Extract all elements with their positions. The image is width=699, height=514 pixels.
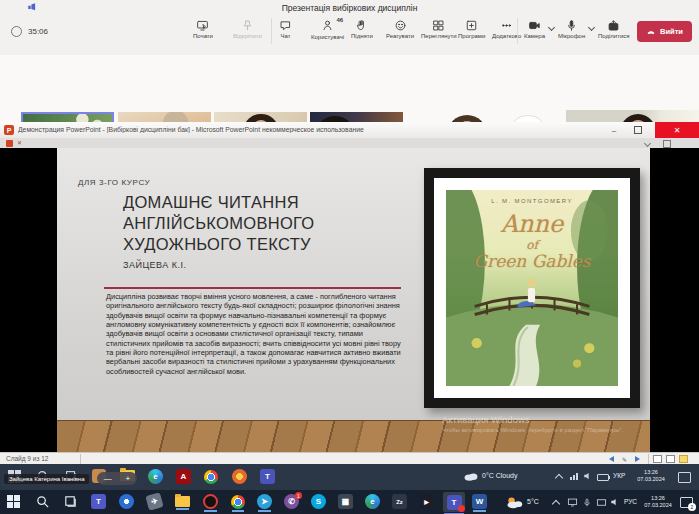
app-icon-gray[interactable]: ✈: [147, 494, 162, 509]
search-icon[interactable]: [35, 494, 50, 509]
next-slide-button: [633, 455, 642, 463]
task-view-icon[interactable]: [63, 494, 78, 509]
participants-strip: Іванова Ан... ••• Переглянути в...: [0, 55, 699, 122]
clock[interactable]: 13:26 07.03.2024: [641, 495, 675, 509]
slide-title-line: ХУДОЖНЬОГО ТЕКСТУ: [123, 235, 311, 254]
sorter-view-button: [666, 455, 675, 463]
participants-button[interactable]: 46 Користувачі: [311, 19, 344, 40]
remote-browser-icon: [232, 469, 247, 484]
microphone-icon: [565, 19, 578, 32]
language-indicator[interactable]: РУС: [624, 498, 637, 505]
viber-icon[interactable]: ✆ 1: [284, 494, 299, 509]
slideshow-tab-close-icon: ✕: [17, 139, 22, 146]
substrip-chevron-icon: [644, 140, 651, 147]
toolbar-divider: [271, 18, 272, 44]
file-explorer-icon[interactable]: [175, 493, 190, 507]
share-button[interactable]: Поділитися: [598, 19, 630, 39]
unpin-button[interactable]: Відкріпити: [233, 19, 262, 39]
shared-screen-content: ДЛЯ 3-ГО КУРСУ ДОМАШНЄ ЧИТАННЯ АНГЛІЙСЬК…: [0, 148, 699, 452]
status-divider: [80, 454, 81, 464]
remote-battery-icon: [597, 474, 609, 481]
book-title-of: of: [446, 238, 618, 252]
chrome-icon[interactable]: [231, 495, 245, 509]
snipping-app-icon[interactable]: Zz: [392, 494, 407, 509]
microphone-options-chevron[interactable]: [588, 24, 595, 31]
pen-tools-button: ✎: [620, 455, 629, 463]
raise-hand-button[interactable]: Підняти: [351, 19, 373, 39]
teams-meeting-bar: Презентація вибіркових дисциплін 35:06 П…: [0, 0, 699, 56]
start-button[interactable]: [7, 495, 20, 508]
zoom-in-button[interactable]: +: [125, 474, 130, 483]
calculator-icon[interactable]: ▦: [338, 494, 353, 509]
telegram-icon[interactable]: ➤: [257, 494, 272, 509]
local-taskbar: T ✈ ➤ ✆ 1 S ▦ e Zz ▶ T W 5°C РУС 13:26 0…: [0, 490, 699, 514]
teams-active-icon[interactable]: T: [443, 492, 465, 512]
windows-activation-watermark: Активация Windows Чтобы активировать Win…: [442, 414, 647, 433]
tray-expand-chevron[interactable]: [552, 500, 560, 508]
opera-icon[interactable]: [203, 494, 218, 509]
chat-button[interactable]: Чат: [279, 19, 292, 39]
chat-icon: [279, 19, 292, 32]
notifications-badge: 2: [688, 503, 696, 511]
slide-author: ЗАЙЦЕВА К.І.: [123, 260, 187, 270]
edge-icon[interactable]: e: [365, 494, 380, 509]
microphone-button[interactable]: Мікрофон: [558, 19, 585, 39]
teams-badge: [458, 505, 465, 512]
skype-icon[interactable]: S: [311, 494, 326, 509]
book-author: L. M. MONTGOMERY: [446, 198, 618, 204]
tray-monitor-icon[interactable]: [596, 497, 607, 508]
react-button[interactable]: Реагувати: [386, 19, 414, 39]
slide-title-line: АНГЛІЙСЬКОМОВНОГО: [123, 214, 314, 233]
remote-weather-icon: [463, 470, 479, 482]
remote-taskbar: e A T 0°C Cloudy УКР 13:26 07.03.2024 За…: [0, 464, 699, 490]
share-screen-icon: [607, 19, 620, 32]
meeting-title: Презентація вибіркових дисциплін: [0, 3, 699, 13]
slide-title-line: ДОМАШНЄ ЧИТАННЯ: [123, 193, 299, 212]
tray-display-icon[interactable]: [567, 497, 578, 508]
shared-content-zoom-control[interactable]: — +: [97, 472, 137, 485]
viber-badge: 1: [295, 492, 302, 499]
view-button[interactable]: Переглянути: [421, 19, 457, 39]
zoom-out-button[interactable]: —: [104, 474, 112, 483]
book-cover-frame: L. M. MONTGOMERY Anne of Green Gables: [424, 168, 640, 408]
divider-line: [104, 287, 401, 289]
apps-button[interactable]: Програми: [458, 19, 485, 39]
remote-language-indicator: УКР: [613, 472, 625, 479]
camera-button[interactable]: Камера: [524, 19, 545, 39]
start-sharing-button[interactable]: Почати: [193, 19, 213, 39]
meeting-timer: 35:06: [28, 27, 48, 36]
toolbar-divider: [517, 18, 518, 44]
participants-count: 46: [336, 17, 343, 23]
tray-mic-icon[interactable]: [582, 497, 592, 508]
slide-body-text: Дисципліна розвиває творчі вміння усного…: [106, 292, 402, 376]
leave-button[interactable]: Вийти: [637, 21, 692, 42]
weather-text[interactable]: 5°C: [527, 498, 539, 505]
weather-icon[interactable]: [505, 496, 523, 509]
normal-view-button: [653, 455, 662, 463]
camera-options-chevron[interactable]: [548, 24, 555, 31]
remote-tray-expand-chevron: [555, 474, 563, 482]
pin-icon: [241, 19, 254, 32]
close-button: ✕: [655, 122, 699, 138]
book-cover: L. M. MONTGOMERY Anne of Green Gables: [446, 190, 618, 386]
restore-button: [627, 122, 649, 138]
minimize-button: –: [603, 122, 625, 138]
more-dots-icon: [500, 19, 513, 32]
book-title-anne: Anne: [446, 210, 618, 238]
hang-up-icon: [646, 27, 656, 37]
layout-grid-icon: [432, 19, 445, 32]
media-player-icon[interactable]: ▶: [419, 494, 434, 509]
raise-hand-icon: [355, 19, 368, 32]
remote-adobe-icon: A: [176, 469, 191, 484]
word-icon[interactable]: W: [472, 494, 487, 509]
teams-taskbar-icon[interactable]: T: [91, 494, 106, 509]
app-icon-blue[interactable]: [119, 494, 134, 509]
remote-speaker-icon: [583, 471, 593, 481]
slideshow-tab-icon: [6, 140, 13, 147]
apps-plus-icon: [465, 19, 478, 32]
present-screen-icon: [196, 19, 209, 32]
smiley-icon: [394, 19, 407, 32]
remote-weather-text: 0°C Cloudy: [482, 472, 517, 479]
tray-speaker-icon[interactable]: [610, 497, 620, 507]
status-divider: [648, 454, 649, 464]
